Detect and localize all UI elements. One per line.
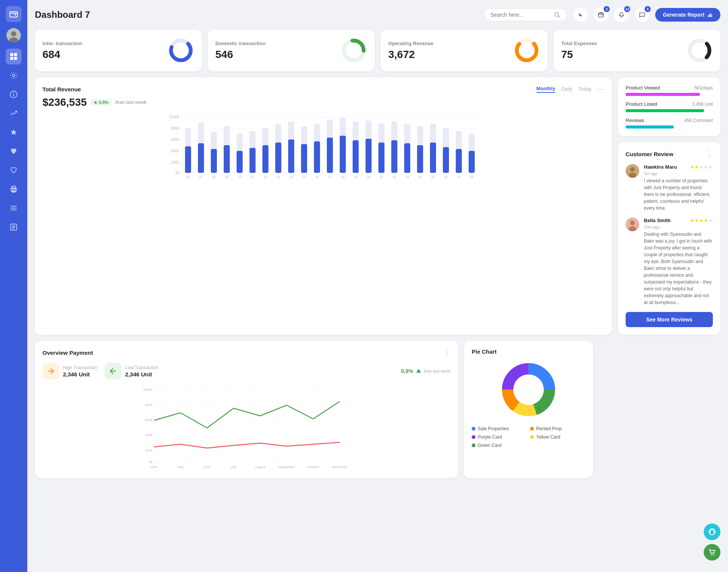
sidebar-item-dashboard[interactable] [6,49,22,64]
up-arrow-icon [94,100,97,104]
svg-rect-119 [469,151,475,173]
legend-label-green: Green Card [478,443,502,448]
chat-float-button[interactable] [704,523,720,540]
stat-label-1: Domestic transaction [215,41,265,46]
bottom-row: Overview Payment ⋮ High Transaction 2,34… [35,341,720,478]
metric-label-2: Reviews [626,118,644,123]
chat-button[interactable]: 5 [635,8,649,22]
see-more-reviews-button[interactable]: See More Reviews [626,312,713,327]
stat-label-3: Total Expenses [561,41,597,46]
generate-report-label: Generate Report [663,12,704,18]
svg-text:May: May [177,465,184,469]
review-avatar-1 [626,218,639,231]
metric-value-0: 561/days [694,85,713,91]
high-trans-icon [42,363,59,379]
donut-0 [168,37,194,64]
revenue-more-button[interactable]: ⋯ [598,85,604,93]
search-box[interactable] [484,8,567,21]
stat-label-0: Inter. transaction [42,41,82,46]
low-trans-info: Low Transaction 2,346 Unit [125,365,158,378]
high-trans-info: High Transaction 2,346 Unit [63,365,97,378]
review-content-0: Hawkins Maru ★★★★★ 5m ago I viewed a num… [644,164,713,212]
svg-text:600k: 600k [171,138,180,142]
svg-text:21: 21 [380,175,383,179]
tab-today[interactable]: Today [578,86,592,92]
metric-bar-1 [626,109,704,112]
svg-line-25 [558,16,560,17]
svg-point-153 [513,375,544,405]
stat-card-1: Domestic transaction 546 [208,30,375,71]
svg-text:1000k: 1000k [143,388,152,392]
wallet-button[interactable]: 2 [594,8,608,22]
arrow-down-icon [108,367,118,376]
stat-info-0: Inter. transaction 684 [42,41,82,61]
high-trans-item: High Transaction 2,346 Unit [42,363,97,379]
user-avatar[interactable] [6,28,21,42]
search-input[interactable] [490,12,551,18]
svg-text:September: September [278,465,295,469]
svg-rect-110 [430,143,436,173]
bell-button[interactable]: 12 [614,8,629,22]
payment-pct-area: 0,8% than last week [401,363,450,379]
tab-monthly[interactable]: Monthly [537,86,555,93]
payment-more-button[interactable]: ⋮ [444,348,450,357]
donut-2 [513,37,540,64]
reviews-more-button[interactable]: ⋮ [706,150,713,158]
svg-text:08: 08 [212,175,216,179]
svg-rect-86 [327,138,333,173]
payment-header: Overview Payment ⋮ [42,348,450,357]
revenue-badge: 0,8% [91,99,111,105]
moon-icon [577,12,584,18]
review-name-0: Hawkins Maru [644,164,677,170]
review-avatar-0 [626,164,639,178]
svg-text:28: 28 [470,175,474,179]
svg-rect-113 [443,147,449,173]
up-arrow-icon [416,368,422,374]
svg-text:20: 20 [367,175,370,179]
svg-text:22: 22 [392,175,396,179]
svg-text:06: 06 [186,175,190,179]
stat-card-3: Total Expenses 75 [554,30,720,71]
legend-label-sale: Sale Properties [478,426,509,431]
svg-rect-30 [711,14,712,17]
generate-report-button[interactable]: Generate Report [655,8,720,22]
sidebar-item-analytics[interactable] [6,105,22,121]
svg-text:April: April [151,465,157,469]
sidebar-item-print[interactable] [6,181,22,197]
svg-rect-116 [456,149,462,173]
arrow-up-icon [46,367,55,376]
metric-value-1: 3,456 Unit [692,102,713,107]
content-row: Total Revenue Monthly Daily Today ⋯ $236… [35,77,720,335]
svg-text:800k: 800k [171,126,180,130]
sidebar-item-info[interactable] [6,86,22,102]
svg-text:27: 27 [457,175,461,179]
svg-rect-7 [14,57,17,60]
sidebar-item-settings[interactable] [6,67,22,83]
svg-text:0k: 0k [149,460,152,464]
payment-title: Overview Payment [42,349,93,356]
sidebar-logo[interactable] [6,6,22,22]
stat-info-2: Operating Revenue 3,672 [388,41,433,61]
review-name-1: Bella Smith [644,218,671,223]
theme-toggle-button[interactable] [573,8,588,22]
sidebar-item-star[interactable] [6,124,22,140]
cart-float-button[interactable] [704,544,720,561]
sidebar-item-heart2[interactable] [6,162,22,178]
sidebar-item-list[interactable] [6,219,22,235]
tab-daily[interactable]: Daily [561,86,572,92]
review-time-0: 5m ago [644,171,713,176]
search-icon [554,12,560,18]
high-trans-label: High Transaction [63,365,97,370]
svg-text:15: 15 [302,175,306,179]
revenue-amount-row: $236,535 0,8% than last week [42,96,604,108]
svg-text:200k: 200k [171,160,180,165]
cart-icon [708,548,716,556]
svg-text:25: 25 [431,175,435,179]
svg-text:200k: 200k [145,448,152,452]
svg-point-2 [11,31,16,36]
sidebar-item-menu[interactable] [6,200,22,216]
sidebar-item-heart[interactable] [6,143,22,159]
svg-rect-27 [708,15,709,17]
review-stars-1: ★★★★★ [690,218,713,223]
revenue-header: Total Revenue Monthly Daily Today ⋯ [42,85,604,93]
